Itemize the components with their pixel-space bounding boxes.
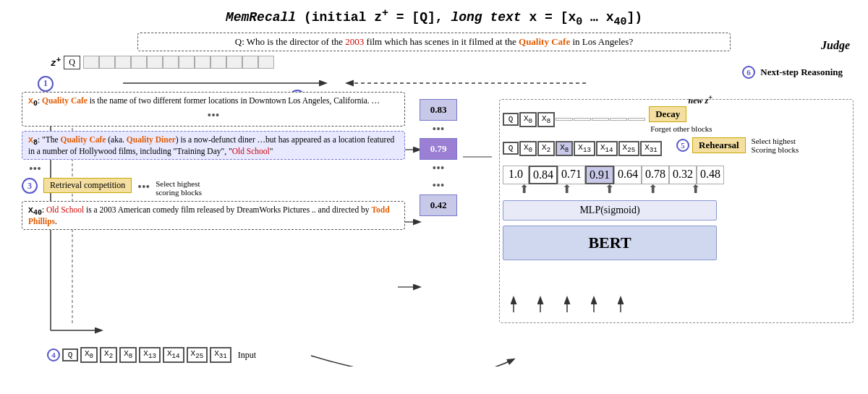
token-cell: [179, 56, 195, 69]
score-0.79: 0.79: [420, 138, 457, 160]
mid-tok-q: Q: [503, 142, 519, 155]
circle-3: 3: [22, 178, 38, 194]
tok-x13-bottom: X13: [139, 347, 161, 362]
question-box: Q: Who is the director of the 2003 film …: [137, 33, 731, 51]
zplus-label: z+: [51, 56, 61, 69]
mid-tok-x31: X31: [640, 141, 662, 156]
up-arrow-5: ⬆: [691, 182, 700, 196]
right-tok-x0: X0: [519, 112, 537, 127]
year-highlight: 2003: [345, 36, 364, 47]
circle-5: 5: [676, 139, 689, 152]
main-title: MemRecall (initial z+ = [Q], long text x…: [7, 7, 861, 28]
select-highest-right-label: Select highestScoring blocks: [752, 137, 799, 154]
bert-box: BERT: [503, 226, 717, 260]
next-step-label: 6 Next-step Reasoning: [742, 66, 843, 79]
new-z-label: new z+: [689, 93, 712, 106]
tok-x14-bottom: X14: [163, 347, 184, 362]
token-bar: [83, 56, 274, 69]
token-cell: [163, 56, 179, 69]
decay-box: Decay: [649, 106, 686, 122]
q-token-box: Q: [64, 56, 80, 69]
mid-tok-x2: X2: [537, 141, 555, 156]
score-dots-3: •••: [433, 179, 445, 192]
ellipsis-mid: •••: [29, 163, 412, 176]
mid-tok-x14: X14: [596, 141, 618, 156]
bert-area: BERT: [503, 226, 717, 260]
up-arrow-2: ⬆: [562, 182, 571, 196]
up-arrow-1: ⬆: [519, 182, 529, 196]
token-cell: [242, 56, 258, 69]
retrieval-row: 3 Retrieval competition ••• Select highe…: [22, 178, 412, 197]
mid-tok-x0: X0: [519, 141, 537, 156]
tok-q-bottom: Q: [62, 348, 78, 361]
text-block-x0: X0: Quality Cafe is the name of two diff…: [22, 92, 405, 127]
forget-label: Forget other blocks: [650, 124, 712, 133]
tok-x8-bottom: X8: [119, 347, 137, 362]
rehearsal-area: 5 Rehearsal Select highestScoring blocks: [676, 137, 799, 154]
zplus-row: z+ Q: [51, 56, 274, 69]
token-cell: [147, 56, 163, 69]
rehearsal-box: Rehearsal: [692, 137, 746, 153]
decay-area: Decay Forget other blocks: [649, 106, 712, 133]
right-tok-x8: X8: [537, 112, 555, 127]
tok-x2-bottom: X2: [100, 347, 117, 362]
score-dots-1: •••: [433, 123, 445, 136]
right-tok-empty4: [610, 118, 627, 121]
mlp-area: MLP(sigmoid): [503, 200, 717, 220]
right-tok-empty1: [556, 118, 573, 121]
retrieval-competition-box: Retrieval competition: [43, 178, 132, 193]
mid-right-token-row: Q X0 X2 X8 X13 X14 X25 X31: [503, 141, 662, 156]
top-right-token-row: Q X0 X8 Decay Forget other blocks: [503, 106, 712, 133]
right-tok-empty2: [574, 118, 591, 121]
tok-x0-bottom: X0: [80, 347, 98, 362]
circle-6: 6: [742, 66, 755, 79]
token-cell: [131, 56, 147, 69]
token-cell: [195, 56, 210, 69]
score-dots-2: •••: [433, 162, 445, 175]
token-cell: [115, 56, 131, 69]
mid-tok-x13: X13: [574, 141, 595, 156]
left-text-section: X0: Quality Cafe is the name of two diff…: [7, 92, 412, 234]
input-label: Input: [238, 350, 256, 361]
mid-tok-x8: X8: [556, 141, 573, 156]
score-0.83: 0.83: [420, 99, 457, 121]
place-highlight: Quality Cafe: [519, 36, 570, 47]
circle-1: 1: [38, 76, 54, 92]
up-arrow-4: ⬆: [648, 182, 658, 196]
circle-4: 4: [47, 348, 60, 361]
right-tok-q: Q: [503, 113, 519, 126]
token-cell: [83, 56, 99, 69]
right-tok-empty5: [628, 118, 645, 121]
up-arrows: ⬆ ⬆ ⬆ ⬆ ⬆: [503, 182, 717, 196]
ellipsis-1: •••: [28, 109, 399, 122]
mlp-box: MLP(sigmoid): [503, 200, 717, 220]
token-cell: [210, 56, 226, 69]
select-highest-label: Select highestscoring blocks: [156, 179, 202, 197]
tok-x25-bottom: X25: [187, 347, 208, 362]
text-block-x40: X40: Old School is a 2003 American comed…: [22, 201, 405, 230]
right-tok-empty3: [592, 118, 609, 121]
score-column: 0.83 ••• 0.79 ••• ••• 0.42: [420, 99, 457, 216]
mid-tok-x25: X25: [618, 141, 640, 156]
token-cell: [226, 56, 242, 69]
score-0.42: 0.42: [420, 194, 457, 216]
token-cell: [258, 56, 274, 69]
ellipsis-retrieval: •••: [137, 181, 150, 194]
text-block-x8: X8: "The Quality Cafe (aka. Quality Dine…: [22, 131, 405, 160]
judge-label: Judge: [821, 39, 850, 52]
token-cell: [99, 56, 115, 69]
bottom-token-row: 4 Q X0 X2 X8 X13 X14 X25 X31 Input: [47, 347, 256, 362]
tok-x31-bottom: X31: [210, 347, 231, 362]
diagram-area: z+ Q 1 Concat respect: [7, 56, 861, 367]
up-arrow-3: ⬆: [605, 182, 614, 196]
